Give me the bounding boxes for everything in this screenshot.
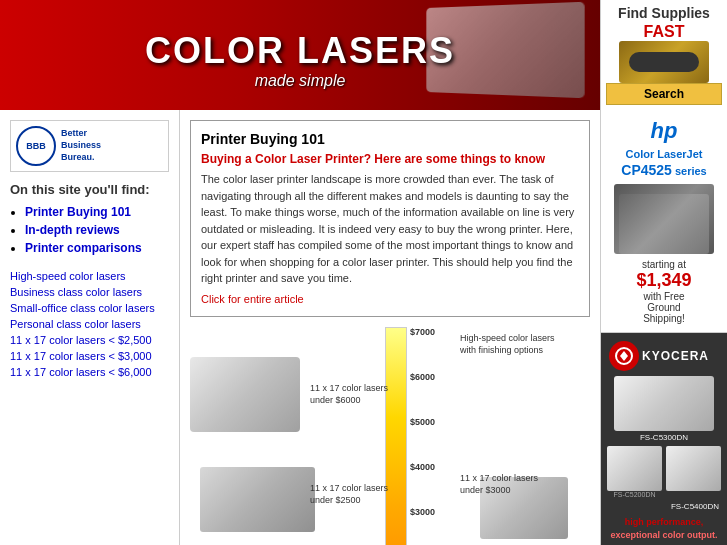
kyocera-symbol (609, 341, 639, 371)
high-speed-link[interactable]: High-speed color lasers (10, 270, 169, 282)
hp-starting-at: starting at (609, 259, 719, 270)
price-bar (385, 327, 407, 546)
right-ads: hp Color LaserJet CP4525 series starting… (600, 110, 727, 545)
kyocera-tagline: high performance, exceptional color outp… (609, 516, 719, 541)
printer-top-left (190, 357, 300, 437)
11x17-6000-link[interactable]: 11 x 17 color lasers < $6,000 (10, 366, 169, 378)
kyocera-logo-area: KYOCERA (609, 341, 719, 371)
bbb-text: Better Business Bureau. (61, 128, 101, 163)
annotation-high-speed-finishing: High-speed color laserswith finishing op… (460, 332, 555, 357)
bbb-logo: BBB (16, 126, 56, 166)
sidebar-nav: Printer Buying 101 In-depth reviews Prin… (10, 205, 169, 255)
kyocera-printer-1: FS-C5300DN (609, 376, 719, 442)
annotation-11x17-3000: 11 x 17 color lasersunder $3000 (460, 472, 538, 497)
hp-product: Color LaserJet CP4525 series (609, 147, 719, 179)
price-label-5000: $5000 (410, 417, 435, 427)
printer-mid-left (200, 467, 320, 537)
small-office-link[interactable]: Small-office class color lasers (10, 302, 169, 314)
hp-logo[interactable]: hp (609, 118, 719, 144)
price-label-7000: $7000 (410, 327, 435, 337)
sub-heading: made simple (145, 72, 455, 90)
personal-class-link[interactable]: Personal class color lasers (10, 318, 169, 330)
sidebar-heading: On this site you'll find: (10, 182, 169, 197)
article-link[interactable]: Click for entire article (201, 293, 304, 305)
article-body: The color laser printer landscape is mor… (201, 171, 579, 287)
chart-section: $7000 $6000 $5000 $4000 $3000 $2000 High… (190, 327, 590, 546)
bbb-badge: BBB Better Business Bureau. (10, 120, 169, 172)
annotation-11x17-2500: 11 x 17 color lasersunder $2500 (310, 482, 388, 507)
hp-shipping: with Free Ground Shipping! (609, 291, 719, 324)
kyocera-printer-2: FS-C5200DN (607, 446, 662, 498)
list-item: Printer Buying 101 (25, 205, 169, 219)
main-heading: COLOR LASERS (145, 30, 455, 72)
center-content: Printer Buying 101 Buying a Color Laser … (180, 110, 600, 545)
kyocera-model3: FS-C5400DN (609, 502, 719, 511)
sidebar: BBB Better Business Bureau. On this site… (0, 110, 180, 545)
price-label-3000: $3000 (410, 507, 435, 517)
chart-area: $7000 $6000 $5000 $4000 $3000 $2000 High… (190, 327, 590, 546)
header-left: Color-Lasers.biz COLOR LASERS made simpl… (0, 0, 600, 110)
find-supplies-panel: Find Supplies FAST Search (600, 0, 727, 110)
annotation-11x17-6000: 11 x 17 color lasersunder $6000 (310, 382, 388, 407)
in-depth-reviews-link[interactable]: In-depth reviews (25, 223, 120, 237)
search-button[interactable]: Search (606, 83, 722, 105)
price-label-4000: $4000 (410, 462, 435, 472)
kyocera-printer-3 (666, 446, 721, 498)
article-subtitle: Buying a Color Laser Printer? Here are s… (201, 152, 579, 166)
11x17-3000-link[interactable]: 11 x 17 color lasers < $3,000 (10, 350, 169, 362)
hp-printer-image (614, 184, 714, 254)
article-title: Printer Buying 101 (201, 131, 579, 147)
printer-buying-101-link[interactable]: Printer Buying 101 (25, 205, 131, 219)
sidebar-links: High-speed color lasers Business class c… (10, 270, 169, 378)
kyocera-ad: KYOCERA FS-C5300DN FS-C5200DN FS-C5400DN… (601, 333, 727, 545)
business-class-link[interactable]: Business class color lasers (10, 286, 169, 298)
hp-ad: hp Color LaserJet CP4525 series starting… (601, 110, 727, 333)
printer-comparisons-link[interactable]: Printer comparisons (25, 241, 142, 255)
toner-icon (629, 52, 699, 72)
find-supplies-title: Find Supplies FAST (618, 5, 710, 41)
site-header: Color-Lasers.biz COLOR LASERS made simpl… (0, 0, 727, 110)
11x17-2500-link[interactable]: 11 x 17 color lasers < $2,500 (10, 334, 169, 346)
kyocera-name: KYOCERA (642, 349, 709, 363)
price-label-6000: $6000 (410, 372, 435, 382)
article-box: Printer Buying 101 Buying a Color Laser … (190, 120, 590, 317)
kyocera-printers-row: FS-C5200DN (609, 446, 719, 498)
main-layout: BBB Better Business Bureau. On this site… (0, 110, 727, 545)
supplies-image (619, 41, 709, 83)
list-item: Printer comparisons (25, 241, 169, 255)
list-item: In-depth reviews (25, 223, 169, 237)
hp-price: $1,349 (609, 270, 719, 291)
